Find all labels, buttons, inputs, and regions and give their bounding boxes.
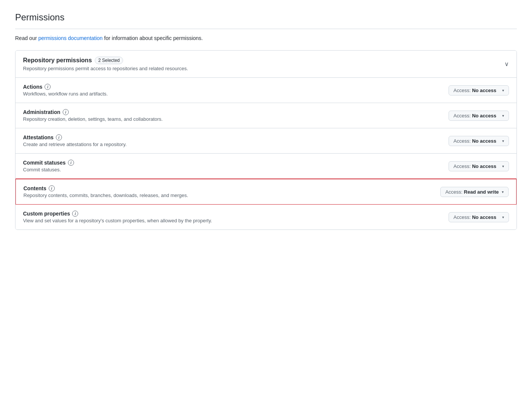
permission-info-custom-properties: Custom properties i View and set values … [23,211,212,223]
permission-row-contents: Contents i Repository contents, commits,… [15,179,517,205]
permission-row-administration: Administration i Repository creation, de… [15,103,517,128]
selected-badge: 2 Selected [95,57,123,64]
permission-name-attestations: Attestations [23,134,54,140]
access-label-commit-statuses: Access: No access [453,163,496,169]
permissions-header-left: Repository permissions 2 Selected Reposi… [23,57,188,71]
permission-desc-contents: Repository contents, commits, branches, … [23,192,188,198]
dropdown-arrow-contents: ▾ [502,190,504,194]
permission-info-actions: Actions i Workflows, workflow runs and a… [23,84,108,97]
permission-name-row-administration: Administration i [23,109,163,115]
access-label-custom-properties: Access: No access [453,214,496,220]
intro-prefix: Read our [15,35,38,41]
permission-desc-actions: Workflows, workflow runs and artifacts. [23,91,108,97]
permission-name-custom-properties: Custom properties [23,211,70,217]
access-label-actions: Access: No access [453,88,496,93]
permission-row-actions: Actions i Workflows, workflow runs and a… [15,78,517,103]
permission-info-commit-statuses: Commit statuses i Commit statuses. [23,160,74,172]
access-label-administration: Access: No access [453,113,496,119]
dropdown-arrow-commit-statuses: ▾ [502,164,504,168]
permission-desc-custom-properties: View and set values for a repository's c… [23,218,212,223]
permissions-list: Actions i Workflows, workflow runs and a… [15,78,517,229]
access-dropdown-administration[interactable]: Access: No access ▾ [449,111,509,121]
info-icon-custom-properties[interactable]: i [72,211,78,217]
chevron-down-icon[interactable]: ∨ [504,60,509,68]
intro-text: Read our permissions documentation for i… [15,35,517,41]
permission-name-row-attestations: Attestations i [23,134,126,140]
permission-name-administration: Administration [23,109,60,115]
permission-info-contents: Contents i Repository contents, commits,… [23,185,188,198]
permission-name-actions: Actions [23,84,42,90]
permissions-title: Repository permissions [23,57,92,64]
permission-info-administration: Administration i Repository creation, de… [23,109,163,122]
info-icon-administration[interactable]: i [63,109,69,115]
title-divider [15,29,517,29]
permission-desc-attestations: Create and retrieve attestations for a r… [23,142,126,147]
access-dropdown-contents[interactable]: Access: Read and write ▾ [440,187,509,197]
permissions-docs-link[interactable]: permissions documentation [38,35,102,41]
permission-desc-commit-statuses: Commit statuses. [23,167,74,172]
permissions-title-row: Repository permissions 2 Selected [23,57,188,64]
access-dropdown-attestations[interactable]: Access: No access ▾ [449,136,509,146]
info-icon-contents[interactable]: i [49,185,55,191]
access-label-attestations: Access: No access [453,138,496,144]
access-dropdown-actions[interactable]: Access: No access ▾ [449,85,509,95]
dropdown-arrow-attestations: ▾ [502,139,504,143]
permissions-header: Repository permissions 2 Selected Reposi… [15,51,517,78]
dropdown-arrow-administration: ▾ [502,114,504,118]
permissions-header-desc: Repository permissions permit access to … [23,66,188,71]
dropdown-arrow-custom-properties: ▾ [502,215,504,219]
permission-row-commit-statuses: Commit statuses i Commit statuses. Acces… [15,154,517,179]
permission-name-commit-statuses: Commit statuses [23,160,66,166]
permission-name-row-actions: Actions i [23,84,108,90]
info-icon-actions[interactable]: i [45,84,51,90]
permission-row-attestations: Attestations i Create and retrieve attes… [15,128,517,154]
permission-name-row-contents: Contents i [23,185,188,191]
permissions-box: Repository permissions 2 Selected Reposi… [15,50,517,230]
permission-desc-administration: Repository creation, deletion, settings,… [23,116,163,122]
access-label-contents: Access: Read and write [445,189,499,195]
permission-name-contents: Contents [23,185,46,191]
dropdown-arrow-actions: ▾ [502,88,504,92]
permission-info-attestations: Attestations i Create and retrieve attes… [23,134,126,147]
page-title: Permissions [15,12,517,23]
permission-name-row-commit-statuses: Commit statuses i [23,160,74,166]
intro-suffix: for information about specific permissio… [104,35,203,41]
access-dropdown-commit-statuses[interactable]: Access: No access ▾ [449,161,509,171]
info-icon-commit-statuses[interactable]: i [68,160,74,166]
info-icon-attestations[interactable]: i [56,134,62,140]
access-dropdown-custom-properties[interactable]: Access: No access ▾ [449,212,509,222]
permission-row-custom-properties: Custom properties i View and set values … [15,205,517,229]
permission-name-row-custom-properties: Custom properties i [23,211,212,217]
